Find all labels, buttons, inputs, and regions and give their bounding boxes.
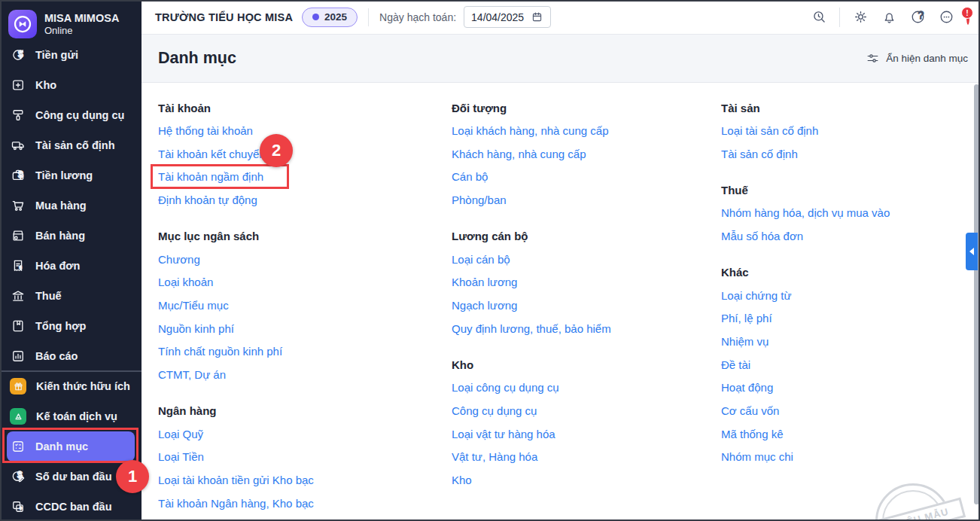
category-link-list: Loại khách hàng, nhà cung cấp Khách hàng… xyxy=(452,119,715,212)
category-link[interactable]: Nhiệm vụ xyxy=(721,330,969,353)
category-link[interactable]: Hệ thống tài khoản xyxy=(158,119,444,142)
category-link[interactable]: Nhóm hàng hóa, dịch vụ mua vào xyxy=(721,201,969,224)
deposit-icon xyxy=(11,47,26,62)
category-link[interactable]: Hoạt động xyxy=(721,376,969,400)
category-link[interactable]: Nhóm mục chi xyxy=(721,446,969,469)
category-link[interactable]: Vật tư, Hàng hóa xyxy=(452,446,715,469)
page-header: Danh mục Ẩn hiện danh mục xyxy=(142,35,980,83)
category-link[interactable]: Loại vật tư hàng hóa xyxy=(452,422,715,446)
category-link[interactable]: Phòng/ban xyxy=(452,188,715,212)
category-link[interactable]: Cơ cấu vốn xyxy=(721,399,969,422)
fiscal-year-value: 2025 xyxy=(324,11,347,23)
category-link[interactable]: Loại khoản xyxy=(158,270,444,294)
category-link[interactable]: Loại tài khoản tiền gửi Kho bạc xyxy=(158,468,444,492)
sidebar-item-label: Công cụ dụng cụ xyxy=(35,109,124,121)
help-button[interactable] xyxy=(906,6,929,29)
app-logo-icon xyxy=(8,10,37,38)
sidebar-item-ke-toan-dich-vu[interactable]: Kế toán dịch vụ xyxy=(0,401,142,431)
knowledge-icon xyxy=(10,378,26,395)
category-link[interactable]: Loại Quỹ xyxy=(158,422,444,446)
category-link[interactable]: Loại chứng từ xyxy=(721,284,969,307)
category-link[interactable]: Quy định lương, thuế, bảo hiểm xyxy=(452,317,715,340)
category-link[interactable]: Loại tài sản cố định xyxy=(721,119,969,142)
sidebar-item-thue[interactable]: Thuế xyxy=(0,281,142,311)
notifications-button[interactable] xyxy=(878,6,900,29)
category-link[interactable]: Kho xyxy=(452,468,715,492)
category-link[interactable]: Mã thống kê xyxy=(721,422,969,446)
posting-date-value: 14/04/2025 xyxy=(471,11,524,23)
category-link[interactable]: Cán bộ xyxy=(452,165,715,188)
sidebar-item-cong-cu-dung-cu[interactable]: Công cụ dụng cụ xyxy=(0,100,142,130)
sidebar-item-label: CCDC ban đầu xyxy=(35,501,112,513)
sidebar-item-bao-cao[interactable]: Báo cáo xyxy=(0,341,142,371)
sidebar-item-tien-luong[interactable]: Tiền lương xyxy=(0,160,142,190)
category-link[interactable]: Công cụ dụng cụ xyxy=(452,399,715,422)
sidebar-item-ccdc-ban-dau[interactable]: CCDC ban đầu xyxy=(0,492,142,521)
category-link[interactable]: Phí, lệ phí xyxy=(721,306,969,330)
category-link[interactable]: Đề tài xyxy=(721,353,969,376)
toggle-categories-label: Ẩn hiện danh mục xyxy=(886,53,968,64)
category-link[interactable]: Định khoản tự động xyxy=(158,188,444,212)
category-link[interactable]: Ngạch lương xyxy=(452,294,715,317)
vertical-scrollbar[interactable] xyxy=(974,84,979,504)
category-link-list: Loại cán bộ Khoản lương Ngạch lương Quy … xyxy=(452,248,715,340)
ccdc-opening-icon xyxy=(11,499,26,514)
category-link[interactable]: Loại công cụ dụng cụ xyxy=(452,376,715,400)
group-title: Lương cán bộ xyxy=(452,225,715,248)
category-link[interactable]: Tài sản cố định xyxy=(721,142,969,166)
sidebar-item-label: Thuế xyxy=(35,290,62,302)
more-button[interactable] xyxy=(935,6,957,29)
sidebar-item-label: Kho xyxy=(35,79,56,91)
link-tai-khoan-ngam-dinh[interactable]: Tài khoản ngầm định xyxy=(158,165,444,188)
brand-edition: Online xyxy=(44,25,119,36)
sidebar-item-tong-hop[interactable]: Tổng hợp xyxy=(0,311,142,341)
settings-button[interactable] xyxy=(849,6,872,29)
category-link[interactable]: CTMT, Dự án xyxy=(158,363,444,386)
category-link[interactable]: Tài khoản Ngân hàng, Kho bạc xyxy=(158,492,444,515)
sales-icon xyxy=(11,228,26,243)
sidebar-item-label: Số dư ban đầu xyxy=(35,471,112,483)
sidebar-item-kien-thuc-huu-ich[interactable]: Kiến thức hữu ích xyxy=(0,371,142,401)
link-tai-khoan-ket-chuyen[interactable]: Tài khoản kết chuyển2 xyxy=(158,142,444,166)
category-link[interactable]: Khách hàng, nhà cung cấp xyxy=(452,142,715,166)
category-link[interactable]: Loại Tiền xyxy=(158,446,444,469)
main-content: Danh mục Ẩn hiện danh mục Tài khoản Hệ t… xyxy=(142,35,980,521)
category-link[interactable]: Khoản lương xyxy=(452,270,715,294)
search-button[interactable] xyxy=(808,6,830,29)
annotation-step-1-badge: 1 xyxy=(116,460,149,493)
category-link[interactable]: Nguồn kinh phí xyxy=(158,317,444,340)
page-title: Danh mục xyxy=(158,49,236,68)
sliders-icon xyxy=(866,51,880,66)
fixed-assets-icon xyxy=(11,138,26,153)
posting-date-label: Ngày hạch toán: xyxy=(379,11,456,23)
category-group-luong-can-bo: Lương cán bộ Loại cán bộ Khoản lương Ngạ… xyxy=(452,225,715,340)
sidebar-item-label: Tiền gửi xyxy=(35,49,78,61)
collapse-panel-tab[interactable] xyxy=(966,233,978,270)
sidebar-item-mua-hang[interactable]: Mua hàng xyxy=(0,190,142,221)
fiscal-year-pill[interactable]: 2025 xyxy=(302,8,358,27)
category-link[interactable]: Loại khách hàng, nhà cung cấp xyxy=(452,119,715,142)
category-link-list: Loại chứng từ Phí, lệ phí Nhiệm vụ Đề tà… xyxy=(721,284,969,469)
category-group-tai-san: Tài sản Loại tài sản cố định Tài sản cố … xyxy=(721,96,969,165)
sidebar-item-hoa-don[interactable]: Hóa đơn xyxy=(0,251,142,281)
category-link[interactable]: Loại cán bộ xyxy=(452,248,715,271)
group-title: Ngân hàng xyxy=(158,400,444,422)
sidebar-item-tai-san-co-dinh[interactable]: Tài sản cố định xyxy=(0,130,142,160)
sidebar-item-label: Tiền lương xyxy=(35,169,93,181)
posting-date-input[interactable]: 14/04/2025 xyxy=(464,6,551,28)
group-title: Tài sản xyxy=(721,96,969,119)
calendar-icon xyxy=(531,11,543,23)
search-icon xyxy=(811,9,827,25)
sidebar-item-ban-hang[interactable]: Bán hàng xyxy=(0,221,142,251)
toggle-categories-button[interactable]: Ẩn hiện danh mục xyxy=(866,51,968,66)
category-link[interactable]: Mục/Tiểu mục xyxy=(158,294,444,317)
accounting-service-icon xyxy=(10,408,26,425)
sidebar-item-kho[interactable]: Kho xyxy=(0,70,142,100)
user-menu[interactable]: ! xyxy=(966,11,969,24)
sidebar-item-tien-gui[interactable]: Tiền gửi xyxy=(0,40,142,70)
category-link[interactable]: Mẫu số hóa đơn xyxy=(721,224,969,248)
sidebar-item-label: Báo cáo xyxy=(35,350,78,362)
category-link[interactable]: Chương xyxy=(158,248,444,271)
category-group-doi-tuong: Đối tượng Loại khách hàng, nhà cung cấp … xyxy=(452,96,715,212)
category-link[interactable]: Tính chất nguồn kinh phí xyxy=(158,340,444,364)
